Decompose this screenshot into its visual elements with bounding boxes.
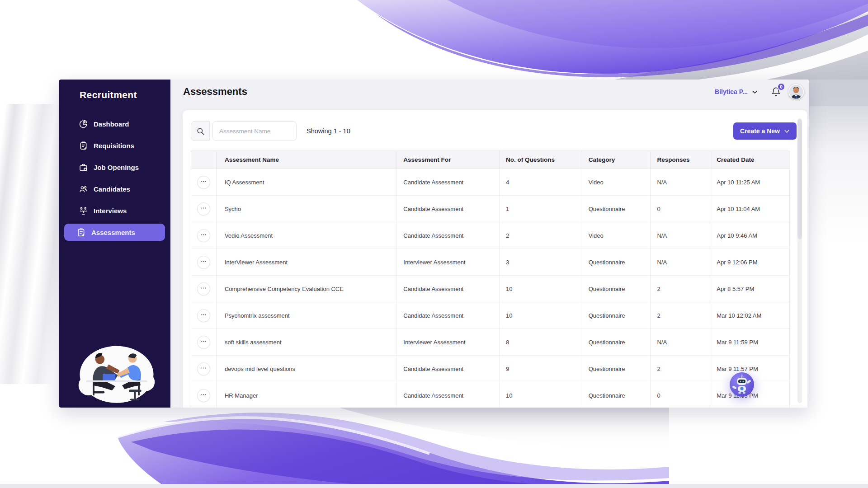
create-new-button[interactable]: Create a New <box>733 122 797 140</box>
cell-assessment-for: Interviewer Assessment <box>397 249 500 275</box>
sidebar: Recruitment DashboardRequisitionsJob Ope… <box>59 80 170 408</box>
showing-count: Showing 1 - 10 <box>307 127 350 135</box>
cell-category: Questionnaire <box>582 249 651 275</box>
user-menu[interactable]: Bilytica P... <box>715 88 758 95</box>
cell-assessment-name: Vedio Assessment <box>217 222 397 249</box>
sidebar-nav: DashboardRequisitionsJob OpeningsCandida… <box>59 113 170 241</box>
cell-actions <box>191 356 217 382</box>
main-area: Assessments Bilytica P... 0 <box>170 80 809 408</box>
cell-questions: 3 <box>500 249 582 275</box>
cell-questions: 4 <box>500 169 582 195</box>
sidebar-item-label: Assessments <box>91 229 135 236</box>
user-name: Bilytica P... <box>715 88 748 95</box>
cell-actions <box>191 302 217 328</box>
row-actions-button[interactable] <box>197 229 210 242</box>
card-scrollbar[interactable] <box>797 118 802 403</box>
cell-assessment-for: Interviewer Assessment <box>397 329 500 355</box>
row-actions-button[interactable] <box>197 202 210 216</box>
search-icon <box>196 127 205 136</box>
table-row: Psychomtrix assessmentCandidate Assessme… <box>191 302 789 329</box>
robot-icon <box>730 372 754 397</box>
sidebar-item-label: Requisitions <box>94 142 134 150</box>
background-strip-bottom <box>0 484 868 488</box>
cell-responses: 2 <box>651 356 710 382</box>
sidebar-item-assessments[interactable]: Assessments <box>64 224 165 241</box>
cell-assessment-for: Candidate Assessment <box>397 382 500 408</box>
cell-responses: N/A <box>651 249 710 275</box>
cell-assessment-name: soft skills assessment <box>217 329 397 355</box>
cell-responses: 2 <box>651 302 710 328</box>
cell-assessment-for: Candidate Assessment <box>397 356 500 382</box>
cell-created-date: Apr 9 12:06 PM <box>710 249 789 275</box>
row-actions-button[interactable] <box>197 309 210 322</box>
ellipsis-icon <box>200 258 208 267</box>
cell-questions: 8 <box>500 329 582 355</box>
assessments-table: Assessment NameAssessment ForNo. of Ques… <box>191 150 790 408</box>
sidebar-item-job-openings[interactable]: Job Openings <box>59 156 170 178</box>
people-icon <box>79 184 88 194</box>
sidebar-item-requisitions[interactable]: Requisitions <box>59 135 170 156</box>
cell-category: Questionnaire <box>582 329 651 355</box>
interview-icon <box>79 206 88 216</box>
cell-questions: 2 <box>500 222 582 249</box>
app-window: Recruitment DashboardRequisitionsJob Ope… <box>59 80 809 408</box>
briefcase-icon <box>79 163 88 172</box>
table-row: SychoCandidate Assessment1Questionnaire0… <box>191 196 789 222</box>
row-actions-button[interactable] <box>197 389 210 402</box>
cell-questions: 10 <box>500 382 582 408</box>
brand-logo: Recruitment <box>59 89 170 100</box>
cell-questions: 1 <box>500 196 582 222</box>
cell-assessment-name: InterViewer Assessment <box>217 249 397 275</box>
cell-questions: 9 <box>500 356 582 382</box>
cell-assessment-for: Candidate Assessment <box>397 222 500 249</box>
sidebar-item-label: Interviews <box>94 207 127 215</box>
user-avatar[interactable] <box>788 84 804 99</box>
row-actions-button[interactable] <box>197 336 210 349</box>
cell-assessment-for: Candidate Assessment <box>397 196 500 222</box>
cell-assessment-name: IQ Assessment <box>217 169 397 195</box>
row-actions-button[interactable] <box>197 362 210 375</box>
sidebar-item-interviews[interactable]: Interviews <box>59 200 170 221</box>
cell-created-date: Apr 10 11:04 AM <box>710 196 789 222</box>
ellipsis-icon <box>200 204 208 213</box>
chevron-down-icon <box>784 128 790 134</box>
cell-responses: 0 <box>651 382 710 408</box>
cell-category: Questionnaire <box>582 382 651 408</box>
row-actions-button[interactable] <box>197 256 210 269</box>
cell-responses: N/A <box>651 222 710 249</box>
create-new-label: Create a New <box>740 127 780 135</box>
column-header: Assessment For <box>397 151 500 169</box>
sidebar-item-candidates[interactable]: Candidates <box>59 178 170 200</box>
cell-created-date: Mar 10 12:02 AM <box>710 302 789 328</box>
sidebar-item-label: Job Openings <box>94 164 139 171</box>
ellipsis-icon <box>200 391 208 400</box>
cell-questions: 10 <box>500 302 582 328</box>
cell-actions <box>191 222 217 249</box>
table-row: Vedio AssessmentCandidate Assessment2Vid… <box>191 222 789 249</box>
row-actions-button[interactable] <box>197 282 210 296</box>
cell-created-date: Apr 8 5:57 PM <box>710 276 789 302</box>
cell-actions <box>191 169 217 195</box>
cell-assessment-name: devops mid level questions <box>217 356 397 382</box>
ellipsis-icon <box>200 284 208 293</box>
notifications-button[interactable]: 0 <box>771 86 781 97</box>
row-actions-button[interactable] <box>197 176 210 189</box>
interview-illustration <box>77 342 156 405</box>
chevron-down-icon <box>751 89 758 95</box>
cell-category: Questionnaire <box>582 196 651 222</box>
table-header-row: Assessment NameAssessment ForNo. of Ques… <box>191 151 789 169</box>
chat-assistant-button[interactable] <box>730 372 754 397</box>
scrollbar-thumb[interactable] <box>797 119 802 239</box>
table-row: soft skills assessmentInterviewer Assess… <box>191 329 789 356</box>
sidebar-item-dashboard[interactable]: Dashboard <box>59 113 170 135</box>
search-input[interactable] <box>212 121 297 141</box>
background-bands-left <box>0 104 60 384</box>
column-header: Assessment Name <box>217 151 397 169</box>
cell-actions <box>191 276 217 302</box>
cell-actions <box>191 329 217 355</box>
table-row: devops mid level questionsCandidate Asse… <box>191 356 789 382</box>
table-body: IQ AssessmentCandidate Assessment4VideoN… <box>191 169 789 408</box>
cell-responses: N/A <box>651 169 710 195</box>
ellipsis-icon <box>200 338 208 347</box>
column-header: Created Date <box>710 151 789 169</box>
